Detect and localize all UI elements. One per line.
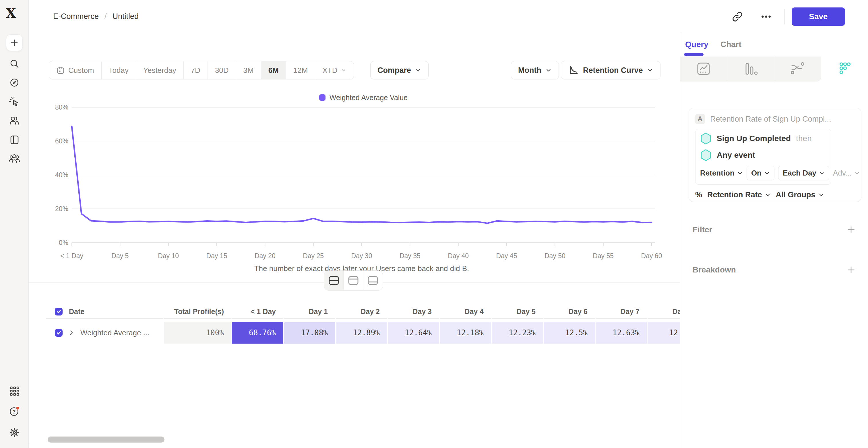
advanced-dropdown[interactable]: Adv...: [833, 169, 860, 177]
chart-and-table-icon: [329, 276, 339, 285]
range-button-12m[interactable]: 12M: [286, 61, 315, 79]
query-title-input[interactable]: Retention Rate of Sign Up Compl...: [710, 115, 831, 124]
retention-on-dropdown[interactable]: On: [747, 166, 774, 180]
compass-icon[interactable]: [8, 76, 21, 89]
x-axis-tick-label: Day 35: [400, 252, 421, 260]
breakdown-section-label: Breakdown: [693, 265, 736, 274]
range-button-3m[interactable]: 3M: [236, 61, 261, 79]
retention-report-app: X ? E-Commerce / Untitled Sav: [0, 0, 868, 448]
chart-only-icon: [348, 276, 359, 285]
more-icon[interactable]: [761, 11, 772, 22]
retention-icon: [836, 60, 854, 78]
table-header-day-5[interactable]: Day 5: [492, 305, 543, 319]
x-axis-tick-label: Day 10: [158, 252, 179, 260]
y-axis-tick-label: 80%: [55, 104, 68, 111]
table-header-day-4[interactable]: Day 4: [440, 305, 491, 319]
table-header-date[interactable]: Date: [46, 305, 163, 319]
tab-chart[interactable]: Chart: [720, 40, 741, 49]
compare-button[interactable]: Compare: [370, 61, 429, 79]
link-icon[interactable]: [732, 11, 743, 22]
table-header-day-6[interactable]: Day 6: [544, 305, 595, 319]
horizontal-scrollbar[interactable]: [48, 437, 164, 443]
chart-type-dropdown[interactable]: Retention Curve: [561, 61, 660, 79]
report-tab-funnels[interactable]: [727, 57, 774, 81]
topbar-divider: [784, 9, 785, 24]
range-button-today[interactable]: Today: [102, 61, 136, 79]
mixpanel-logo-icon[interactable]: X: [3, 6, 19, 21]
save-button[interactable]: Save: [792, 7, 845, 26]
breadcrumb-project[interactable]: E-Commerce: [53, 12, 99, 21]
metric-dropdown[interactable]: Retention Rate: [707, 191, 771, 199]
event-hexagon-icon: [700, 149, 712, 162]
range-button-custom[interactable]: Custom: [49, 61, 102, 79]
interval-dropdown[interactable]: Each Day: [778, 166, 829, 180]
cohorts-icon[interactable]: [8, 152, 21, 165]
settings-icon[interactable]: [8, 426, 21, 439]
table-value-cell: 100%: [164, 322, 231, 344]
table-header-day-1[interactable]: Day 1: [284, 305, 335, 319]
table-header-day-7[interactable]: Day 7: [596, 305, 647, 319]
topbar: E-Commerce / Untitled Save: [29, 0, 868, 33]
row-checkbox[interactable]: [55, 308, 63, 315]
range-button-30d[interactable]: 30D: [208, 61, 236, 79]
board-icon[interactable]: [8, 133, 21, 146]
table-value-cell: 17.08%: [284, 322, 335, 344]
range-button-7d[interactable]: 7D: [184, 61, 208, 79]
tab-query[interactable]: Query: [685, 40, 708, 49]
range-button-yesterday[interactable]: Yesterday: [136, 61, 184, 79]
range-button-6m[interactable]: 6M: [261, 61, 286, 79]
row-checkbox[interactable]: [55, 329, 63, 337]
report-tab-flows[interactable]: [774, 57, 821, 81]
row-expander-icon[interactable]: [68, 330, 74, 336]
x-axis-tick-label: Day 60: [641, 252, 662, 260]
plus-button[interactable]: [6, 34, 23, 51]
x-axis-tick-label: Day 50: [545, 252, 565, 260]
cursor-click-icon[interactable]: [8, 96, 21, 108]
retention-type-dropdown[interactable]: Retention: [700, 169, 743, 177]
breadcrumb-report-title[interactable]: Untitled: [113, 12, 139, 21]
view-layout-toggle: [324, 271, 383, 290]
y-axis-tick-label: 40%: [55, 171, 68, 179]
x-axis-tick-label: Day 55: [593, 252, 614, 260]
groups-dropdown[interactable]: All Groups: [776, 191, 824, 199]
table-header-day-3[interactable]: Day 3: [388, 305, 439, 319]
report-tab-retention[interactable]: [821, 57, 868, 81]
retention-table: DateTotal Profile(s)< 1 DayDay 1Day 2Day…: [46, 305, 680, 344]
chart-legend[interactable]: Weighted Average Value: [72, 93, 655, 102]
legend-swatch: [319, 94, 326, 101]
x-axis-tick-label: Day 40: [448, 252, 469, 260]
birth-event-row[interactable]: Sign Up Completed then: [700, 130, 826, 147]
view-toggle-chart-and-table[interactable]: [324, 271, 344, 290]
calendar-icon: [56, 66, 65, 75]
table-value-cell: 12.23%: [492, 322, 543, 344]
apps-icon[interactable]: [8, 385, 21, 397]
table-value-cell: 12.64%: [388, 322, 439, 344]
table-value-cell: 12.4%: [648, 322, 680, 344]
users-icon[interactable]: [8, 114, 21, 127]
add-filter-button[interactable]: [846, 225, 856, 235]
table-header-day-2[interactable]: Day 2: [336, 305, 387, 319]
view-toggle-table-only[interactable]: [363, 271, 383, 290]
x-axis-tick-label: Day 5: [112, 252, 129, 260]
metric-prefix: %: [695, 191, 702, 199]
funnels-icon: [741, 60, 760, 78]
granularity-dropdown[interactable]: Month: [511, 61, 559, 79]
topbar-actions: Save: [732, 0, 845, 33]
table-header-day-8[interactable]: Day 8: [648, 305, 680, 319]
view-toggle-chart-only[interactable]: [344, 271, 363, 290]
range-button-xtd[interactable]: XTD: [315, 61, 353, 79]
table-header--1-day[interactable]: < 1 Day: [232, 305, 283, 319]
add-breakdown-button[interactable]: [846, 265, 856, 275]
return-event-row[interactable]: Any event: [700, 147, 826, 164]
chevron-down-icon: [341, 67, 346, 73]
search-icon[interactable]: [8, 57, 21, 70]
row-label-cell[interactable]: Weighted Average ...: [46, 322, 163, 344]
report-tab-insights[interactable]: [680, 57, 727, 81]
x-axis-tick-label: Day 15: [206, 252, 227, 260]
help-icon[interactable]: ?: [8, 405, 21, 418]
event-hexagon-icon: [700, 132, 712, 145]
query-card: A Retention Rate of Sign Up Compl... Sig…: [689, 108, 861, 202]
y-axis-tick-label: 20%: [55, 205, 68, 212]
svg-text:?: ?: [12, 409, 16, 415]
table-header-total-profile-s-[interactable]: Total Profile(s): [164, 305, 231, 319]
